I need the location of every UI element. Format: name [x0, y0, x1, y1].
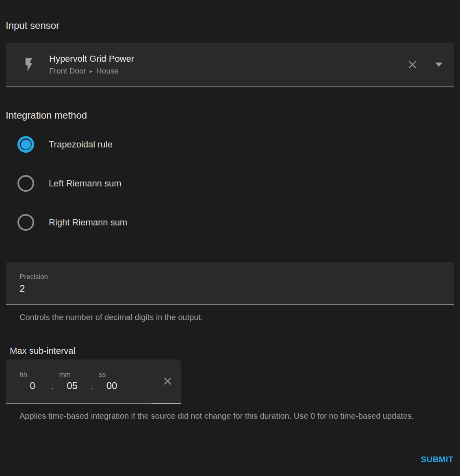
seconds-value: 00 — [97, 380, 126, 392]
entity-dropdown-button[interactable] — [435, 63, 443, 67]
entity-location: Front Door ▸ House — [49, 66, 134, 76]
minutes-unit-label: mm — [58, 370, 87, 379]
max-sub-interval-helper-text: Applies time-based integration if the so… — [20, 411, 438, 421]
entity-name: Hypervolt Grid Power — [49, 53, 134, 65]
radio-button-icon[interactable] — [17, 175, 34, 192]
max-sub-interval-label: Max sub-interval — [10, 346, 460, 356]
entity-area: Front Door — [49, 66, 86, 76]
flash-icon — [21, 55, 37, 74]
integration-method-label: Integration method — [6, 109, 460, 121]
precision-helper-text: Controls the number of decimal digits in… — [20, 312, 460, 322]
precision-label: Precision — [20, 273, 454, 281]
clear-entity-button[interactable] — [407, 59, 418, 70]
radio-button-icon[interactable] — [17, 136, 34, 153]
close-icon — [162, 376, 173, 387]
chevron-down-icon — [435, 63, 443, 67]
clear-button-underline — [152, 403, 181, 404]
precision-value: 2 — [20, 283, 454, 295]
minutes-input[interactable]: mm 05 — [58, 370, 87, 392]
entity-picker[interactable]: Hypervolt Grid Power Front Door ▸ House — [6, 43, 454, 87]
integration-method-options: Trapezoidal rule Left Riemann sum Right … — [17, 136, 460, 231]
radio-option-label: Left Riemann sum — [49, 178, 122, 189]
precision-field[interactable]: Precision 2 — [6, 262, 454, 305]
clear-duration-button[interactable] — [162, 376, 173, 387]
radio-option-label: Right Riemann sum — [49, 217, 127, 228]
close-icon — [407, 59, 418, 70]
seconds-input[interactable]: ss 00 — [97, 370, 126, 392]
radio-option-left-riemann[interactable]: Left Riemann sum — [17, 175, 460, 192]
hours-unit-label: hh — [18, 370, 47, 379]
radio-option-trapezoidal[interactable]: Trapezoidal rule — [17, 136, 460, 153]
integration-config-dialog: Input sensor Hypervolt Grid Power Front … — [0, 0, 460, 421]
radio-option-label: Trapezoidal rule — [49, 139, 113, 150]
input-sensor-label: Input sensor — [6, 0, 460, 32]
hours-value: 0 — [18, 380, 47, 392]
minutes-value: 05 — [58, 380, 87, 392]
breadcrumb-separator-icon: ▸ — [90, 66, 93, 76]
time-separator: : — [91, 371, 93, 391]
time-separator: : — [51, 371, 54, 391]
entity-info: Hypervolt Grid Power Front Door ▸ House — [49, 53, 134, 76]
hours-input[interactable]: hh 0 — [18, 370, 47, 392]
radio-button-icon[interactable] — [17, 214, 34, 231]
submit-button[interactable]: SUBMIT — [421, 455, 453, 464]
duration-input: hh 0 : mm 05 : ss 00 — [6, 359, 181, 404]
radio-option-right-riemann[interactable]: Right Riemann sum — [17, 214, 460, 231]
seconds-unit-label: ss — [97, 370, 126, 379]
entity-floor: House — [96, 66, 119, 76]
